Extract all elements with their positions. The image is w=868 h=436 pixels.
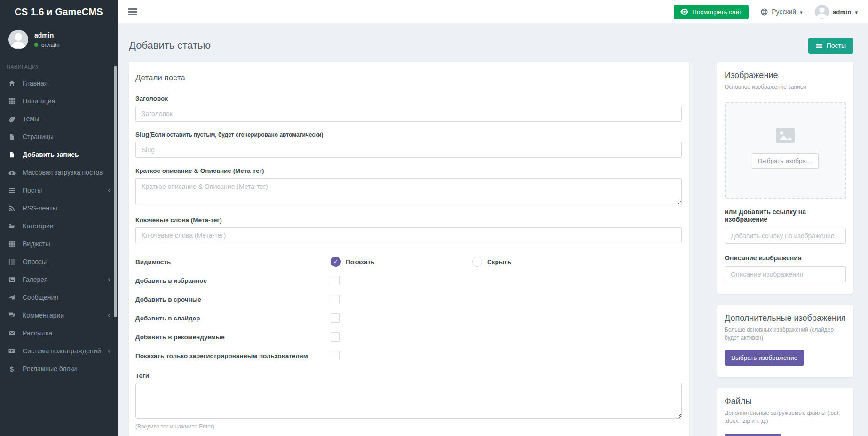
sidebar-item-pages[interactable]: Страницы <box>0 128 118 146</box>
sidebar-user-panel: admin онлайн <box>0 23 118 56</box>
title-input[interactable] <box>135 106 682 122</box>
urgent-checkbox[interactable] <box>331 295 340 304</box>
registered-only-checkbox[interactable] <box>331 351 340 360</box>
sidebar-item-themes[interactable]: Темы <box>0 110 118 128</box>
tags-textarea[interactable] <box>135 383 682 419</box>
slug-label-hint: (Если оставить пустым, будет сгенерирова… <box>149 132 323 138</box>
sidebar-item-messages[interactable]: Сообщения <box>0 288 118 306</box>
sidebar-nav: Главная Навигация Темы Страницы Добавить… <box>0 74 118 378</box>
registered-only-row: Показать только зарегистрированным польз… <box>135 350 682 361</box>
main-area: Посмотреть сайт Русский ▾ admin ▾ Добави… <box>118 0 868 436</box>
sidebar-user-name: admin <box>34 31 60 39</box>
image-icon <box>7 276 17 283</box>
favorite-checkbox[interactable] <box>331 276 340 285</box>
sidebar-item-bulk-upload[interactable]: Массовая загрузка постов <box>0 164 118 181</box>
sidebar-item-newsletter[interactable]: Рассылка <box>0 324 118 342</box>
dollar-icon: $ <box>7 366 17 373</box>
avatar <box>815 5 829 19</box>
keywords-label: Ключевые слова (Мета-тег) <box>135 217 682 224</box>
money-icon <box>7 348 17 354</box>
home-icon <box>7 80 17 87</box>
visibility-row: Видимость ✓ Показать Скрыть <box>135 257 682 267</box>
visibility-show-radio[interactable]: ✓ <box>331 257 341 267</box>
additional-images-subtitle: Больше основных изображений (слайдер буд… <box>725 326 846 342</box>
content: Добавить статью Посты Детали поста Загол… <box>118 23 868 436</box>
chevron-left-icon <box>107 188 111 193</box>
sidebar-section-label: НАВИГАЦИЯ <box>0 64 118 70</box>
image-dropzone[interactable]: Выбрать изображ... <box>725 102 846 199</box>
sidebar-toggle-button[interactable] <box>128 8 137 15</box>
favorite-row: Добавить в избранное <box>135 275 682 286</box>
choose-image-button[interactable]: Выбрать изображ... <box>752 153 819 169</box>
image-link-input[interactable] <box>725 228 846 244</box>
keywords-input[interactable] <box>135 227 682 243</box>
page-title: Добавить статью <box>129 39 211 52</box>
comments-icon <box>7 312 17 319</box>
card-title: Детали поста <box>135 73 682 83</box>
sidebar-item-add-post[interactable]: Добавить запись <box>0 146 118 164</box>
sidebar-item-rss[interactable]: RSS-ленты <box>0 199 118 217</box>
sidebar-item-home[interactable]: Главная <box>0 74 118 92</box>
posts-button[interactable]: Посты <box>808 38 853 54</box>
image-card: Изображение Основное изображение записи … <box>717 62 853 294</box>
urgent-row: Добавить в срочные <box>135 294 682 304</box>
slug-label: Slug(Если оставить пустым, будет сгенери… <box>135 131 682 138</box>
visibility-hide-radio[interactable] <box>472 257 482 267</box>
view-site-button[interactable]: Посмотреть сайт <box>674 5 749 19</box>
paper-plane-icon <box>7 294 17 301</box>
sidebar-item-posts[interactable]: Посты <box>0 181 118 199</box>
chevron-left-icon <box>107 349 111 354</box>
list-icon <box>7 258 17 265</box>
visibility-label: Видимость <box>135 258 331 265</box>
choose-file-button[interactable]: Выбрать файл <box>725 434 781 436</box>
slug-input[interactable] <box>135 142 682 158</box>
slider-checkbox[interactable] <box>331 313 340 323</box>
sidebar-user-status: онлайн <box>41 42 60 47</box>
grid-icon <box>7 241 17 248</box>
recommended-row: Добавить в рекомендуемые <box>135 332 682 342</box>
person-icon <box>815 5 829 19</box>
sidebar-item-polls[interactable]: Опросы <box>0 253 118 271</box>
sidebar-item-rewards[interactable]: Система вознаграждений <box>0 342 118 360</box>
sidebar-scrollbar[interactable] <box>114 66 117 317</box>
sidebar-item-gallery[interactable]: Галерея <box>0 271 118 288</box>
person-icon <box>8 30 28 49</box>
avatar <box>8 30 28 49</box>
app-logo: CS 1.6 и GameCMS <box>0 0 118 23</box>
tags-hint: (Введите тег и нажмите Enter) <box>135 423 682 430</box>
sidebar-item-comments[interactable]: Комментарии <box>0 306 118 324</box>
image-link-label: или Добавить ссылку на изображение <box>725 208 846 223</box>
page-icon <box>7 133 17 140</box>
file-icon <box>7 151 17 158</box>
chevron-left-icon <box>107 277 111 282</box>
sidebar-item-categories[interactable]: Категории <box>0 217 118 235</box>
eye-icon <box>680 9 688 15</box>
description-textarea[interactable] <box>135 178 682 205</box>
leaf-icon <box>7 116 17 123</box>
post-details-card: Детали поста Заголовок Slug(Если оставит… <box>129 62 689 436</box>
bars-icon <box>816 42 823 49</box>
choose-additional-images-button[interactable]: Выбрать изображение <box>725 350 804 366</box>
sidebar: CS 1.6 и GameCMS admin онлайн НАВИГАЦИЯ … <box>0 0 118 436</box>
recommended-checkbox[interactable] <box>331 332 340 342</box>
title-label: Заголовок <box>135 95 682 102</box>
additional-images-card: Дополнительные изображения Больше основн… <box>717 305 853 377</box>
files-card: Файлы Дополнительные загружаемые файлы (… <box>717 388 853 436</box>
files-card-title: Файлы <box>725 397 846 406</box>
rss-icon <box>7 205 17 212</box>
envelope-icon <box>7 330 17 336</box>
user-dropdown[interactable]: admin ▾ <box>815 5 858 19</box>
sidebar-item-ad-blocks[interactable]: $ Рекламные блоки <box>0 360 118 378</box>
image-placeholder-icon <box>773 124 798 147</box>
language-dropdown[interactable]: Русский ▾ <box>761 8 802 16</box>
image-description-input[interactable] <box>725 266 846 282</box>
topbar: Посмотреть сайт Русский ▾ admin ▾ <box>118 0 868 23</box>
sidebar-item-navigation[interactable]: Навигация <box>0 92 118 110</box>
image-description-label: Описание изображения <box>725 254 846 262</box>
caret-down-icon: ▾ <box>800 10 803 15</box>
image-card-subtitle: Основное изображение записи <box>725 83 846 91</box>
caret-down-icon: ▾ <box>855 10 858 15</box>
sidebar-item-widgets[interactable]: Виджеты <box>0 235 118 253</box>
bars-icon <box>7 187 17 194</box>
cloud-upload-icon <box>7 169 17 176</box>
